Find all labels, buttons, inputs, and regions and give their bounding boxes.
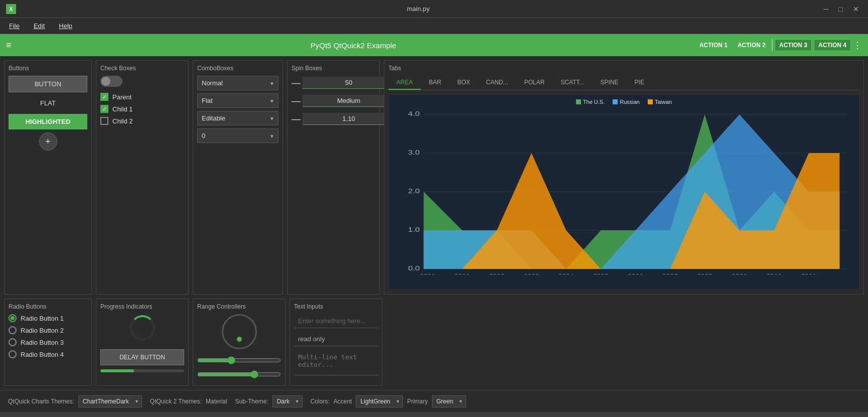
button-highlighted[interactable]: HIGHLIGHTED bbox=[9, 114, 87, 129]
legend-russia: Russian bbox=[613, 99, 640, 105]
tabs-section-title: Tabs bbox=[388, 65, 859, 72]
tab-box[interactable]: BOX bbox=[449, 76, 478, 90]
radio-item-1[interactable]: Radio Button 1 bbox=[9, 314, 87, 322]
combo-flat[interactable]: Flat bbox=[197, 93, 278, 108]
edit-menu[interactable]: Edit bbox=[31, 20, 48, 32]
tab-candle[interactable]: CAND... bbox=[478, 76, 516, 90]
radio-item-4[interactable]: Radio Button 4 bbox=[9, 350, 87, 358]
help-menu[interactable]: Help bbox=[56, 20, 75, 32]
svg-text:2009: 2009 bbox=[732, 272, 747, 274]
spin3-minus[interactable]: — bbox=[292, 112, 301, 126]
toolbar-title: PyQt5 QtQuick2 Example bbox=[12, 41, 695, 50]
spin-box-3: — + bbox=[292, 112, 375, 126]
qtquick-charts-select-wrapper: ChartThemeDark bbox=[78, 395, 142, 407]
checkbox-parent-label: Parent bbox=[112, 93, 131, 101]
svg-text:2007: 2007 bbox=[662, 272, 678, 274]
minimize-button[interactable]: ─ bbox=[821, 4, 832, 14]
radio-item-3[interactable]: Radio Button 3 bbox=[9, 338, 87, 346]
delay-button[interactable]: DELAY BUTTON bbox=[100, 349, 184, 365]
tab-polar[interactable]: POLAR bbox=[516, 76, 553, 90]
bottom-bar: QtQuick Charts Themes: ChartThemeDark Qt… bbox=[0, 390, 868, 412]
text-input-1[interactable] bbox=[294, 314, 378, 328]
accent-select-wrapper: LightGreen bbox=[356, 395, 403, 407]
text-panel: Text Inputs bbox=[290, 299, 382, 386]
range-slider-1[interactable] bbox=[197, 356, 281, 364]
qtquick-charts-select[interactable]: ChartThemeDark bbox=[78, 395, 142, 407]
progress-bar-container bbox=[100, 369, 184, 372]
svg-text:2001: 2001 bbox=[455, 272, 470, 274]
accent-select[interactable]: LightGreen bbox=[356, 395, 403, 407]
svg-text:2004: 2004 bbox=[558, 272, 574, 274]
bottom-panels-row: Radio Buttons Radio Button 1 Radio Butto… bbox=[0, 299, 868, 390]
tab-spine[interactable]: SPINE bbox=[593, 76, 627, 90]
tab-pie[interactable]: PIE bbox=[627, 76, 652, 90]
text-section-title: Text Inputs bbox=[294, 303, 378, 310]
svg-text:2000: 2000 bbox=[420, 272, 436, 274]
close-button[interactable]: ✕ bbox=[850, 4, 862, 14]
radio-section-title: Radio Buttons bbox=[9, 303, 87, 310]
qtquick2-group: QtQuick 2 Themes: Material bbox=[150, 398, 227, 405]
action4-button[interactable]: ACTION 4 bbox=[814, 39, 851, 51]
checkbox-child1[interactable]: ✓ Child 1 bbox=[100, 105, 184, 113]
radio-label-3: Radio Button 3 bbox=[21, 339, 64, 346]
radio-circle-2 bbox=[9, 326, 17, 334]
spin2-input[interactable] bbox=[303, 95, 395, 107]
legend-taiwan-label: Taiwan bbox=[655, 99, 672, 105]
button-normal[interactable]: BUTTON bbox=[9, 76, 87, 92]
maximize-button[interactable]: □ bbox=[836, 4, 846, 14]
legend-us-label: The U.S. bbox=[583, 99, 605, 105]
file-menu[interactable]: File bbox=[6, 20, 23, 32]
combo-normal[interactable]: Normal bbox=[197, 76, 278, 90]
button-flat[interactable]: FLAT bbox=[9, 95, 87, 111]
legend-russia-label: Russian bbox=[620, 99, 640, 105]
radio-panel: Radio Buttons Radio Button 1 Radio Butto… bbox=[4, 299, 92, 386]
buttons-section-title: Buttons bbox=[9, 65, 87, 72]
chart-legend: The U.S. Russian Taiwan bbox=[393, 99, 855, 105]
radio-circle-1 bbox=[9, 314, 17, 322]
range-slider-2[interactable] bbox=[197, 370, 281, 378]
checkboxes-panel: Check Boxes ✓ Parent ✓ Child 1 Child 2 bbox=[96, 60, 189, 295]
button-add[interactable]: + bbox=[39, 132, 57, 151]
combo-zero[interactable]: 0 bbox=[197, 128, 278, 143]
svg-text:0.0: 0.0 bbox=[408, 265, 419, 272]
svg-text:2003: 2003 bbox=[524, 272, 539, 274]
dial[interactable] bbox=[222, 314, 257, 349]
comboboxes-section-title: ComboBoxes bbox=[197, 65, 278, 72]
action1-button[interactable]: ACTION 1 bbox=[695, 40, 732, 51]
action2-button[interactable]: ACTION 2 bbox=[734, 40, 770, 51]
subtheme-select[interactable]: Dark bbox=[272, 395, 303, 407]
tab-bar[interactable]: BAR bbox=[421, 76, 450, 90]
spin1-minus[interactable]: — bbox=[292, 76, 301, 90]
toggle-switch[interactable] bbox=[100, 76, 122, 87]
colors-group: Colors: Accent LightGreen Primary Green bbox=[311, 395, 466, 407]
tab-area[interactable]: AREA bbox=[388, 76, 421, 90]
toolbar-right: ACTION 1 ACTION 2 ACTION 3 ACTION 4 ⋮ bbox=[695, 39, 862, 51]
qtquick2-label: QtQuick 2 Themes: bbox=[150, 398, 202, 405]
radio-item-2[interactable]: Radio Button 2 bbox=[9, 326, 87, 334]
window-title: main.py bbox=[407, 5, 430, 13]
spin3-input[interactable] bbox=[303, 113, 395, 125]
checkbox-child2[interactable]: Child 2 bbox=[100, 117, 184, 125]
action3-button[interactable]: ACTION 3 bbox=[775, 39, 812, 51]
primary-select[interactable]: Green bbox=[432, 395, 466, 407]
legend-taiwan-dot bbox=[648, 99, 653, 104]
app-icon: X bbox=[6, 4, 16, 14]
radio-circle-4 bbox=[9, 350, 17, 358]
tab-scatter[interactable]: SCATT... bbox=[552, 76, 592, 90]
spin2-minus[interactable]: — bbox=[292, 94, 301, 108]
checkbox-parent[interactable]: ✓ Parent bbox=[100, 93, 184, 101]
legend-russia-dot bbox=[613, 99, 618, 104]
checkbox-child1-label: Child 1 bbox=[112, 105, 132, 113]
combo-editable[interactable]: Editable bbox=[197, 111, 278, 125]
qtquick-charts-group: QtQuick Charts Themes: ChartThemeDark bbox=[8, 395, 142, 407]
radio-label-2: Radio Button 2 bbox=[21, 327, 64, 334]
spinboxes-section-title: Spin Boxes bbox=[292, 65, 375, 72]
text-area[interactable] bbox=[294, 350, 378, 375]
radio-label-4: Radio Button 4 bbox=[21, 351, 64, 358]
hamburger-icon[interactable]: ≡ bbox=[6, 40, 12, 51]
progress-bar-fill bbox=[100, 369, 134, 372]
toolbar-left: ≡ bbox=[6, 40, 12, 51]
more-icon[interactable]: ⋮ bbox=[853, 40, 862, 51]
spin1-input[interactable] bbox=[303, 77, 395, 89]
primary-select-wrapper: Green bbox=[432, 395, 466, 407]
